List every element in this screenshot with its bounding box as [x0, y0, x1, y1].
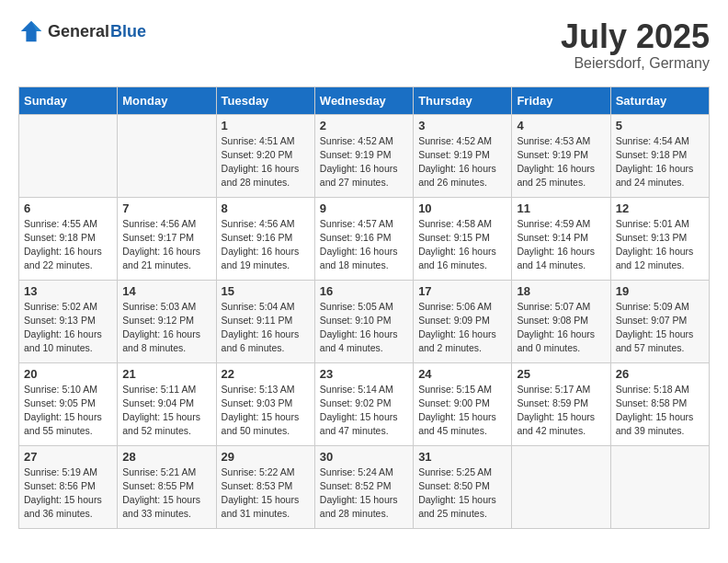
calendar-week-row: 27Sunrise: 5:19 AM Sunset: 8:56 PM Dayli… [19, 445, 710, 528]
calendar-cell [610, 445, 709, 528]
cell-info: Sunrise: 5:22 AM Sunset: 8:53 PM Dayligh… [222, 465, 310, 522]
cell-info: Sunrise: 5:18 AM Sunset: 8:58 PM Dayligh… [616, 383, 704, 439]
month-year-title: July 2025 [561, 18, 710, 55]
day-number: 1 [222, 119, 310, 132]
calendar-cell [118, 114, 216, 197]
cell-info: Sunrise: 5:01 AM Sunset: 9:13 PM Dayligh… [616, 217, 704, 273]
day-number: 15 [222, 284, 310, 298]
calendar-cell: 19Sunrise: 5:09 AM Sunset: 9:07 PM Dayli… [610, 280, 709, 362]
calendar-cell: 8Sunrise: 4:56 AM Sunset: 9:16 PM Daylig… [216, 197, 314, 280]
day-number: 10 [418, 201, 506, 215]
day-number: 29 [222, 450, 310, 464]
cell-info: Sunrise: 5:14 AM Sunset: 9:02 PM Dayligh… [320, 383, 408, 439]
cell-info: Sunrise: 4:52 AM Sunset: 9:19 PM Dayligh… [320, 134, 408, 190]
cell-info: Sunrise: 4:59 AM Sunset: 9:14 PM Dayligh… [517, 217, 605, 273]
calendar-cell: 17Sunrise: 5:06 AM Sunset: 9:09 PM Dayli… [414, 280, 512, 362]
day-number: 2 [320, 119, 408, 132]
day-number: 16 [320, 284, 408, 298]
calendar-cell: 27Sunrise: 5:19 AM Sunset: 8:56 PM Dayli… [19, 445, 118, 528]
calendar-cell: 29Sunrise: 5:22 AM Sunset: 8:53 PM Dayli… [216, 445, 314, 528]
weekday-header-saturday: Saturday [610, 86, 709, 114]
day-number: 6 [24, 201, 112, 215]
cell-info: Sunrise: 5:07 AM Sunset: 9:08 PM Dayligh… [517, 300, 605, 356]
calendar-cell: 18Sunrise: 5:07 AM Sunset: 9:08 PM Dayli… [512, 280, 610, 362]
calendar-cell: 4Sunrise: 4:53 AM Sunset: 9:19 PM Daylig… [512, 114, 610, 197]
day-number: 22 [222, 367, 310, 381]
cell-info: Sunrise: 4:52 AM Sunset: 9:19 PM Dayligh… [418, 134, 506, 190]
calendar-cell: 3Sunrise: 4:52 AM Sunset: 9:19 PM Daylig… [414, 114, 512, 197]
day-number: 18 [517, 284, 605, 298]
calendar-week-row: 6Sunrise: 4:55 AM Sunset: 9:18 PM Daylig… [19, 197, 710, 280]
day-number: 4 [517, 119, 605, 132]
cell-info: Sunrise: 5:03 AM Sunset: 9:12 PM Dayligh… [122, 300, 210, 356]
calendar-cell: 21Sunrise: 5:11 AM Sunset: 9:04 PM Dayli… [118, 362, 216, 445]
weekday-header-thursday: Thursday [414, 86, 512, 114]
day-number: 21 [122, 367, 210, 381]
day-number: 24 [418, 367, 506, 381]
location-subtitle: Beiersdorf, Germany [561, 55, 710, 72]
cell-info: Sunrise: 4:57 AM Sunset: 9:16 PM Dayligh… [320, 217, 408, 273]
day-number: 23 [320, 367, 408, 381]
day-number: 28 [122, 450, 210, 464]
title-block: July 2025 Beiersdorf, Germany [561, 18, 710, 72]
cell-info: Sunrise: 4:55 AM Sunset: 9:18 PM Dayligh… [24, 217, 112, 273]
cell-info: Sunrise: 4:53 AM Sunset: 9:19 PM Dayligh… [517, 134, 605, 190]
calendar-cell: 16Sunrise: 5:05 AM Sunset: 9:10 PM Dayli… [314, 280, 413, 362]
logo-icon [18, 18, 44, 44]
cell-info: Sunrise: 4:56 AM Sunset: 9:16 PM Dayligh… [222, 217, 310, 273]
weekday-header-sunday: Sunday [19, 86, 118, 114]
cell-info: Sunrise: 5:21 AM Sunset: 8:55 PM Dayligh… [122, 465, 210, 522]
cell-info: Sunrise: 4:51 AM Sunset: 9:20 PM Dayligh… [222, 134, 310, 190]
calendar-cell: 11Sunrise: 4:59 AM Sunset: 9:14 PM Dayli… [512, 197, 610, 280]
day-number: 13 [24, 284, 112, 298]
calendar-cell: 9Sunrise: 4:57 AM Sunset: 9:16 PM Daylig… [314, 197, 413, 280]
calendar-cell: 10Sunrise: 4:58 AM Sunset: 9:15 PM Dayli… [414, 197, 512, 280]
calendar-cell: 20Sunrise: 5:10 AM Sunset: 9:05 PM Dayli… [19, 362, 118, 445]
cell-info: Sunrise: 5:19 AM Sunset: 8:56 PM Dayligh… [24, 465, 112, 522]
cell-info: Sunrise: 5:05 AM Sunset: 9:10 PM Dayligh… [320, 300, 408, 356]
calendar-cell [512, 445, 610, 528]
calendar-cell: 25Sunrise: 5:17 AM Sunset: 8:59 PM Dayli… [512, 362, 610, 445]
day-number: 8 [222, 201, 310, 215]
day-number: 3 [418, 119, 506, 132]
day-number: 27 [24, 450, 112, 464]
day-number: 25 [517, 367, 605, 381]
day-number: 14 [122, 284, 210, 298]
day-number: 30 [320, 450, 408, 464]
weekday-header-friday: Friday [512, 86, 610, 114]
calendar-cell: 1Sunrise: 4:51 AM Sunset: 9:20 PM Daylig… [216, 114, 314, 197]
calendar-cell: 5Sunrise: 4:54 AM Sunset: 9:18 PM Daylig… [610, 114, 709, 197]
cell-info: Sunrise: 4:58 AM Sunset: 9:15 PM Dayligh… [418, 217, 506, 273]
calendar-cell: 22Sunrise: 5:13 AM Sunset: 9:03 PM Dayli… [216, 362, 314, 445]
cell-info: Sunrise: 4:54 AM Sunset: 9:18 PM Dayligh… [616, 134, 704, 190]
weekday-header-row: SundayMondayTuesdayWednesdayThursdayFrid… [19, 86, 710, 114]
day-number: 17 [418, 284, 506, 298]
weekday-header-wednesday: Wednesday [314, 86, 413, 114]
calendar-cell: 24Sunrise: 5:15 AM Sunset: 9:00 PM Dayli… [414, 362, 512, 445]
day-number: 20 [24, 367, 112, 381]
cell-info: Sunrise: 5:13 AM Sunset: 9:03 PM Dayligh… [222, 383, 310, 439]
day-number: 31 [418, 450, 506, 464]
calendar-week-row: 13Sunrise: 5:02 AM Sunset: 9:13 PM Dayli… [19, 280, 710, 362]
page-header: General Blue July 2025 Beiersdorf, Germa… [18, 18, 710, 72]
calendar-week-row: 1Sunrise: 4:51 AM Sunset: 9:20 PM Daylig… [19, 114, 710, 197]
calendar-week-row: 20Sunrise: 5:10 AM Sunset: 9:05 PM Dayli… [19, 362, 710, 445]
calendar-cell: 15Sunrise: 5:04 AM Sunset: 9:11 PM Dayli… [216, 280, 314, 362]
logo-blue-text: Blue [110, 22, 146, 41]
weekday-header-monday: Monday [118, 86, 216, 114]
cell-info: Sunrise: 5:11 AM Sunset: 9:04 PM Dayligh… [122, 383, 210, 439]
day-number: 26 [616, 367, 704, 381]
cell-info: Sunrise: 4:56 AM Sunset: 9:17 PM Dayligh… [122, 217, 210, 273]
calendar-cell: 30Sunrise: 5:24 AM Sunset: 8:52 PM Dayli… [314, 445, 413, 528]
cell-info: Sunrise: 5:17 AM Sunset: 8:59 PM Dayligh… [517, 383, 605, 439]
calendar-cell: 23Sunrise: 5:14 AM Sunset: 9:02 PM Dayli… [314, 362, 413, 445]
calendar-cell [19, 114, 118, 197]
calendar-cell: 14Sunrise: 5:03 AM Sunset: 9:12 PM Dayli… [118, 280, 216, 362]
cell-info: Sunrise: 5:06 AM Sunset: 9:09 PM Dayligh… [418, 300, 506, 356]
calendar-table: SundayMondayTuesdayWednesdayThursdayFrid… [18, 86, 710, 529]
day-number: 5 [616, 119, 704, 132]
calendar-cell: 26Sunrise: 5:18 AM Sunset: 8:58 PM Dayli… [610, 362, 709, 445]
calendar-cell: 2Sunrise: 4:52 AM Sunset: 9:19 PM Daylig… [314, 114, 413, 197]
weekday-header-tuesday: Tuesday [216, 86, 314, 114]
day-number: 9 [320, 201, 408, 215]
